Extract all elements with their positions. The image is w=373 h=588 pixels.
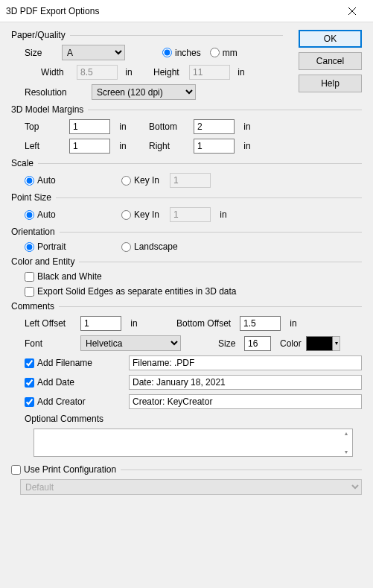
optional-comments-label: Optional Comments bbox=[25, 414, 103, 424]
width-input[interactable] bbox=[77, 65, 118, 80]
color-label: Color bbox=[280, 338, 306, 349]
margin-right-input[interactable] bbox=[194, 139, 235, 154]
comments-legend: Comments bbox=[11, 301, 54, 312]
margin-right-unit: in bbox=[235, 141, 260, 151]
color-swatch[interactable] bbox=[306, 336, 333, 351]
margin-top-unit: in bbox=[110, 121, 136, 132]
left-offset-label: Left Offset bbox=[25, 318, 80, 329]
margin-top-label: Top bbox=[25, 121, 69, 132]
titlebar: 3D PDF Export Options bbox=[0, 0, 373, 22]
font-size-input[interactable] bbox=[244, 336, 271, 351]
filename-display: Filename: .PDF bbox=[129, 355, 362, 370]
cancel-button[interactable]: Cancel bbox=[299, 52, 362, 70]
margin-left-input[interactable] bbox=[69, 139, 110, 154]
pointsize-keyin-radio[interactable]: Key In bbox=[121, 209, 170, 220]
colorentity-legend: Color and Entity bbox=[11, 256, 74, 267]
font-label: Font bbox=[25, 338, 80, 349]
margin-bottom-input[interactable] bbox=[194, 119, 235, 134]
color-dropdown-icon[interactable]: ▾ bbox=[333, 336, 340, 351]
paper-quality-legend: Paper/Quality bbox=[11, 30, 66, 40]
scroll-up-icon[interactable]: ▴ bbox=[341, 430, 351, 437]
add-filename-checkbox[interactable]: Add Filename bbox=[25, 358, 129, 368]
margins-legend: 3D Model Margins bbox=[11, 104, 83, 115]
margin-bottom-label: Bottom bbox=[149, 121, 194, 132]
bottom-offset-unit: in bbox=[281, 318, 306, 329]
bw-checkbox[interactable]: Black and White bbox=[25, 271, 102, 282]
margin-left-unit: in bbox=[110, 141, 136, 151]
date-display: Date: January 18, 2021 bbox=[129, 375, 362, 390]
pointsize-unit: in bbox=[211, 209, 236, 220]
width-label: Width bbox=[41, 67, 77, 78]
creator-display: Creator: KeyCreator bbox=[129, 394, 362, 409]
solid-edges-checkbox[interactable]: Export Solid Edges as separate entities … bbox=[25, 286, 237, 297]
font-size-label: Size bbox=[218, 338, 244, 349]
left-offset-unit: in bbox=[121, 318, 147, 329]
resolution-select[interactable]: Screen (120 dpi) bbox=[92, 84, 196, 100]
add-date-checkbox[interactable]: Add Date bbox=[25, 377, 129, 388]
resolution-label: Resolution bbox=[25, 87, 92, 98]
width-unit: in bbox=[118, 67, 140, 78]
scale-keyin-radio[interactable]: Key In bbox=[121, 175, 170, 186]
pointsize-keyin-input[interactable] bbox=[170, 207, 211, 222]
add-creator-checkbox[interactable]: Add Creator bbox=[25, 396, 129, 407]
print-config-select[interactable]: Default bbox=[20, 479, 362, 495]
scroll-down-icon[interactable]: ▾ bbox=[341, 449, 351, 455]
window-title: 3D PDF Export Options bbox=[6, 6, 337, 16]
height-input[interactable] bbox=[189, 65, 230, 80]
font-select[interactable]: Helvetica bbox=[80, 335, 181, 351]
orientation-landscape-radio[interactable]: Landscape bbox=[121, 241, 178, 252]
units-mm-radio[interactable]: mm bbox=[210, 48, 237, 58]
orientation-portrait-radio[interactable]: Portrait bbox=[25, 241, 121, 252]
scale-auto-radio[interactable]: Auto bbox=[25, 175, 121, 186]
pointsize-legend: Point Size bbox=[11, 192, 51, 203]
help-button[interactable]: Help bbox=[299, 75, 362, 92]
margin-bottom-unit: in bbox=[235, 121, 260, 132]
height-unit: in bbox=[230, 67, 252, 78]
orientation-legend: Orientation bbox=[11, 227, 55, 237]
margin-left-label: Left bbox=[25, 141, 69, 151]
pointsize-auto-radio[interactable]: Auto bbox=[25, 209, 121, 220]
close-button[interactable] bbox=[337, 0, 367, 22]
margin-right-label: Right bbox=[149, 141, 194, 151]
scale-keyin-input[interactable] bbox=[170, 173, 211, 188]
scale-legend: Scale bbox=[11, 158, 34, 168]
optional-comments-textarea[interactable]: ▴ ▾ bbox=[34, 429, 353, 457]
use-print-config-checkbox[interactable]: Use Print Configuration bbox=[11, 464, 116, 475]
units-inches-radio[interactable]: inches bbox=[162, 48, 201, 58]
margin-top-input[interactable] bbox=[69, 119, 110, 134]
size-label: Size bbox=[25, 48, 62, 58]
size-select[interactable]: A bbox=[62, 45, 125, 60]
left-offset-input[interactable] bbox=[80, 316, 121, 331]
bottom-offset-label: Bottom Offset bbox=[176, 318, 240, 329]
ok-button[interactable]: OK bbox=[299, 30, 362, 48]
bottom-offset-input[interactable] bbox=[240, 316, 281, 331]
close-icon bbox=[348, 7, 356, 15]
height-label: Height bbox=[153, 67, 189, 78]
